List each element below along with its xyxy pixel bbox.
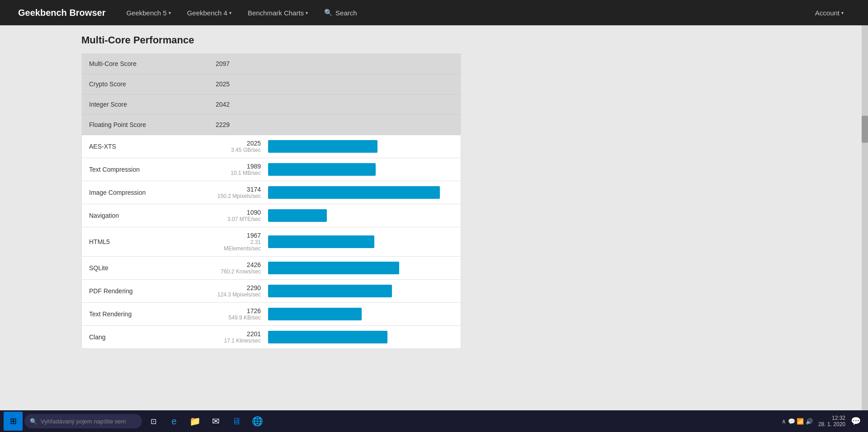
table-row: PDF Rendering 2290 124.3 Mpixels/sec — [82, 280, 461, 303]
table-row: Image Compression 3174 150.2 Mpixels/sec — [82, 181, 461, 204]
taskbar-clock[interactable]: 12:32 28. 1. 2020 — [818, 415, 845, 427]
detail-value: 2290 — [216, 284, 261, 291]
detail-value: 1989 — [216, 163, 261, 170]
system-tray-icons: ∧ 💬 📶 🔊 — [782, 418, 813, 425]
explorer-icon[interactable]: 📁 — [185, 412, 204, 431]
taskbar-right: ∧ 💬 📶 🔊 12:32 28. 1. 2020 💬 — [782, 415, 864, 427]
benchmark-bar — [268, 285, 392, 297]
taskbar-date-display: 28. 1. 2020 — [818, 421, 845, 427]
bar-col — [261, 209, 453, 222]
detail-value: 2025 — [216, 140, 261, 147]
summary-label: Crypto Score — [89, 80, 216, 88]
detail-unit: 17.1 Klines/sec — [216, 338, 261, 344]
taskbar-search-placeholder: Vyhľadávaný pojem napíšte sem — [41, 418, 126, 425]
detail-unit: 549.9 KB/sec — [216, 315, 261, 321]
detail-unit: 760.2 Krows/sec — [216, 268, 261, 275]
table-row: HTML5 1967 2.31 MElements/sec — [82, 227, 461, 257]
page-title: Multi-Core Performance — [81, 34, 787, 46]
detail-value-col: 2426 760.2 Krows/sec — [216, 261, 261, 275]
benchmark-bar — [268, 186, 440, 199]
store-icon[interactable]: 🖥 — [227, 412, 246, 431]
bar-col — [261, 331, 453, 343]
table-row: Text Rendering 1726 549.9 KB/sec — [82, 303, 461, 326]
detail-label: Clang — [89, 333, 106, 341]
detail-value: 1090 — [216, 209, 261, 216]
nav-label-geekbench4: Geekbench 4 — [187, 9, 227, 17]
chevron-down-icon: ▾ — [841, 10, 844, 15]
windows-icon: ⊞ — [10, 416, 17, 426]
detail-label-col: SQLite — [89, 264, 216, 272]
taskbar: ⊞ 🔍 Vyhľadávaný pojem napíšte sem ⊡ e 📁 … — [0, 410, 868, 432]
nav-account[interactable]: Account ▾ — [809, 5, 850, 20]
nav-account-label: Account — [815, 9, 840, 17]
search-icon: 🔍 — [324, 9, 333, 17]
notification-button[interactable]: 💬 — [851, 416, 861, 426]
nav-label-benchmark-charts: Benchmark Charts — [248, 9, 304, 17]
nav-item-geekbench4[interactable]: Geekbench 4 ▾ — [181, 5, 238, 20]
bar-col — [261, 140, 453, 153]
detail-label: Image Compression — [89, 189, 146, 196]
detail-label: SQLite — [89, 264, 108, 272]
benchmark-bar — [268, 331, 387, 343]
nav-search-label: Search — [335, 9, 357, 17]
bar-col — [261, 186, 453, 199]
detail-label-col: Image Compression — [89, 188, 216, 197]
chevron-down-icon: ▾ — [229, 10, 231, 15]
nav-search[interactable]: 🔍 Search — [318, 5, 363, 20]
detail-label: AES-XTS — [89, 143, 116, 150]
detail-value-col: 2201 17.1 Klines/sec — [216, 330, 261, 344]
chevron-down-icon: ▾ — [306, 10, 308, 15]
detail-label-col: Text Rendering — [89, 310, 216, 318]
summary-value: 2025 — [216, 80, 252, 88]
bar-col — [261, 235, 453, 248]
bar-col — [261, 285, 453, 297]
detail-value: 2426 — [216, 261, 261, 268]
detail-unit: 10.1 MB/sec — [216, 170, 261, 176]
navbar: Geekbench Browser Geekbench 5 ▾ Geekbenc… — [0, 0, 868, 25]
detail-label-col: AES-XTS — [89, 142, 216, 150]
detail-label-col: Navigation — [89, 211, 216, 220]
scrollbar-track[interactable] — [862, 25, 868, 410]
summary-label: Integer Score — [89, 101, 216, 108]
benchmark-bar — [268, 308, 362, 320]
detail-value: 1967 — [216, 232, 261, 239]
detail-unit: 124.3 Mpixels/sec — [216, 291, 261, 298]
navbar-brand: Geekbench Browser — [18, 8, 105, 18]
summary-value: 2042 — [216, 101, 252, 108]
bar-col — [261, 262, 453, 274]
table-row: Navigation 1090 3.07 MTE/sec — [82, 204, 461, 227]
detail-value-col: 1989 10.1 MB/sec — [216, 163, 261, 176]
start-button[interactable]: ⊞ — [4, 412, 23, 431]
benchmark-bar — [268, 209, 327, 222]
benchmark-bar — [268, 235, 374, 248]
detail-label: PDF Rendering — [89, 287, 133, 295]
detail-unit: 2.31 MElements/sec — [216, 239, 261, 252]
summary-row-floating-point: Floating Point Score 2229 — [82, 115, 461, 135]
chrome-icon[interactable]: 🌐 — [248, 412, 267, 431]
detail-unit: 3.45 GB/sec — [216, 147, 261, 153]
detail-value-col: 2025 3.45 GB/sec — [216, 140, 261, 153]
detail-label-col: Text Compression — [89, 165, 216, 174]
detail-value: 1726 — [216, 307, 261, 315]
detail-unit: 3.07 MTE/sec — [216, 216, 261, 222]
scrollbar-thumb[interactable] — [862, 116, 868, 143]
mail-icon[interactable]: ✉ — [206, 412, 225, 431]
benchmark-bar — [268, 163, 376, 176]
taskview-button[interactable]: ⊡ — [144, 412, 163, 431]
chevron-down-icon: ▾ — [169, 10, 171, 15]
detail-value-col: 3174 150.2 Mpixels/sec — [216, 186, 261, 199]
benchmark-table: Multi-Core Score 2097 Crypto Score 2025 … — [81, 53, 461, 349]
detail-value: 3174 — [216, 186, 261, 193]
edge-icon[interactable]: e — [165, 412, 184, 431]
nav-item-geekbench5[interactable]: Geekbench 5 ▾ — [120, 5, 177, 20]
detail-value-col: 1726 549.9 KB/sec — [216, 307, 261, 321]
detail-label-col: PDF Rendering — [89, 287, 216, 295]
detail-unit: 150.2 Mpixels/sec — [216, 193, 261, 199]
bar-col — [261, 163, 453, 176]
summary-value: 2229 — [216, 121, 252, 128]
table-row: Text Compression 1989 10.1 MB/sec — [82, 158, 461, 181]
benchmark-bar — [268, 262, 399, 274]
taskbar-time-display: 12:32 — [818, 415, 845, 421]
nav-item-benchmark-charts[interactable]: Benchmark Charts ▾ — [241, 5, 314, 20]
taskbar-search[interactable]: 🔍 Vyhľadávaný pojem napíšte sem — [24, 414, 142, 428]
